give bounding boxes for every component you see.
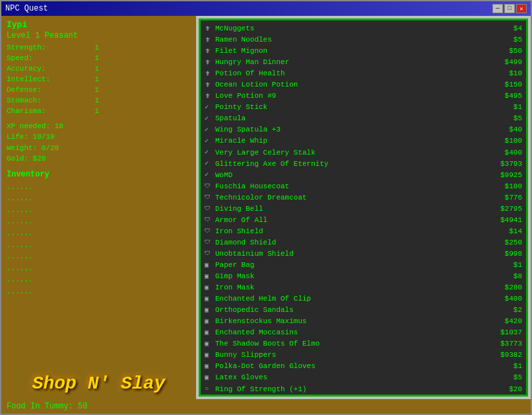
- item-price: $400: [482, 293, 522, 305]
- item-price: $14: [482, 226, 522, 237]
- item-name: Iron Shield: [214, 226, 482, 237]
- item-price: $1: [482, 361, 522, 372]
- item-name: Wing Spatula +3: [214, 124, 482, 135]
- list-item[interactable]: 🗡 Ramen Noodles $5: [205, 34, 522, 46]
- window-title: NPC Quest: [5, 4, 48, 13]
- stat-line: Intellect:1: [7, 75, 99, 85]
- titlebar-buttons: ─ □ ✕: [492, 4, 527, 13]
- item-price: $100: [482, 181, 522, 192]
- list-item[interactable]: ✓ Miracle Whip $100: [205, 135, 522, 147]
- item-price: $2: [482, 305, 522, 316]
- item-name: Ramen Noodles: [214, 34, 482, 46]
- item-price: $420: [482, 316, 522, 327]
- stat-line: Strength:1: [7, 43, 99, 54]
- list-item[interactable]: 🛡 Diamond Shield $250: [205, 237, 522, 248]
- list-item[interactable]: ✓ Pointy Stick $1: [205, 102, 522, 113]
- item-icon: 🛡: [205, 204, 214, 214]
- shop-panel: 🗡 McNuggets $4 🗡 Ramen Noodles $5 🗡 File…: [199, 19, 528, 396]
- list-item[interactable]: ▣ Enchanted Helm Of Clip $400: [205, 293, 522, 305]
- list-item[interactable]: 🗡 Ocean Lotion Potion $150: [205, 79, 522, 91]
- item-price: $40: [482, 124, 522, 135]
- stat-value: 1: [94, 96, 99, 106]
- item-name: Hungry Man Dinner: [214, 57, 482, 68]
- stat-label: Intellect:: [7, 75, 50, 85]
- stat-value: 1: [94, 54, 99, 64]
- item-icon: ▣: [205, 373, 214, 383]
- item-name: Technicolor Dreamcoat: [214, 192, 482, 204]
- list-item[interactable]: ✓ Spatula $5: [205, 113, 522, 124]
- list-item[interactable]: ▣ Paper Bag $1: [205, 260, 522, 271]
- item-name: Iron Mask: [214, 282, 482, 293]
- list-item[interactable]: 🛡 Armor Of All $4941: [205, 215, 522, 226]
- list-item[interactable]: 🗡 Hungry Man Dinner $499: [205, 57, 522, 68]
- stat-label: Charisma:: [7, 106, 46, 117]
- inventory-row: ......: [7, 205, 191, 217]
- status-bar: Food In Tummy: 50: [1, 399, 531, 414]
- stat-line: Charisma:1: [7, 106, 99, 117]
- list-item[interactable]: 🛡 Unobtainium Shield $998: [205, 248, 522, 260]
- item-name: Enchanted Helm Of Clip: [214, 293, 482, 305]
- minimize-button[interactable]: ─: [492, 4, 503, 13]
- life-line: Life: 10/10: [7, 132, 191, 143]
- titlebar-left: NPC Quest: [5, 4, 48, 13]
- item-name: Spatula: [214, 113, 482, 124]
- item-name: Diving Bell: [214, 204, 482, 215]
- shop-logo: Shop N' Slay: [1, 373, 196, 394]
- list-item[interactable]: ✓ Wing Spatula +3 $40: [205, 124, 522, 135]
- item-name: The Shadow Boots Of Elmo: [214, 338, 482, 350]
- list-item[interactable]: ▣ Birkenstockus Maximus $420: [205, 316, 522, 327]
- item-icon: ▣: [205, 350, 214, 361]
- list-item[interactable]: ▣ Iron Mask $280: [205, 282, 522, 293]
- item-icon: 🛡: [205, 248, 214, 259]
- inventory-row: ......: [7, 286, 191, 298]
- item-icon: ▣: [205, 328, 214, 338]
- item-price: $2795: [482, 204, 522, 215]
- list-item[interactable]: ▣ Latex Gloves $5: [205, 372, 522, 383]
- list-item[interactable]: ▣ Polka-Dot Garden Gloves $1: [205, 361, 522, 372]
- list-item[interactable]: 🗡 McNuggets $4: [205, 23, 522, 34]
- item-price: $100: [482, 135, 522, 147]
- stat-value: 1: [94, 64, 99, 75]
- item-name: Filet Mignon: [214, 46, 482, 57]
- item-name: Diamond Shield: [214, 237, 482, 248]
- item-name: Love Potion #9: [214, 91, 482, 102]
- stat-line: Defense:1: [7, 85, 99, 96]
- stats-section: Strength:1Speed:1Accuracy:1Intellect:1De…: [7, 43, 191, 117]
- list-item[interactable]: ▣ The Shadow Boots Of Elmo $3773: [205, 338, 522, 350]
- inventory-row: ......: [7, 274, 191, 286]
- list-item[interactable]: ▣ Enchanted Moccasins $1037: [205, 327, 522, 338]
- item-price: $5: [482, 372, 522, 383]
- stat-line: Speed:1: [7, 54, 99, 64]
- list-item[interactable]: ▣ Bunny Slippers $9382: [205, 350, 522, 361]
- item-icon: 🗡: [205, 46, 214, 57]
- list-item[interactable]: 🛡 Iron Shield $14: [205, 226, 522, 237]
- weight-line: Weight: 0/20: [7, 143, 191, 154]
- list-item[interactable]: ✓ WoMD $9925: [205, 170, 522, 181]
- close-button[interactable]: ✕: [516, 4, 527, 13]
- maximize-button[interactable]: □: [504, 4, 515, 13]
- list-item[interactable]: 🛡 Fuschia Housecoat $100: [205, 181, 522, 192]
- item-icon: 🗡: [205, 91, 214, 102]
- list-item[interactable]: ○ Ring Of Strength (+1) $20: [205, 384, 522, 395]
- item-name: Enchanted Moccasins: [214, 327, 482, 338]
- item-price: $10: [482, 68, 522, 79]
- list-item[interactable]: ✓ Glittering Axe Of Eternity $3793: [205, 159, 522, 170]
- item-icon: ✓: [205, 159, 214, 169]
- item-price: $4941: [482, 215, 522, 226]
- list-item[interactable]: 🛡 Diving Bell $2795: [205, 204, 522, 215]
- list-item[interactable]: ▣ Orthopedic Sandals $2: [205, 305, 522, 316]
- item-icon: ▣: [205, 283, 214, 293]
- list-item[interactable]: 🛡 Technicolor Dreamcoat $776: [205, 192, 522, 204]
- inventory-label: Inventory: [7, 170, 191, 179]
- item-icon: ✓: [205, 125, 214, 135]
- item-price: $280: [482, 282, 522, 293]
- inventory-row: ......: [7, 216, 191, 228]
- list-item[interactable]: ▣ Gimp Mask $8: [205, 271, 522, 282]
- list-item[interactable]: 🗡 Love Potion #9 $495: [205, 91, 522, 102]
- item-price: $4: [482, 23, 522, 34]
- list-item[interactable]: ✓ Very Large Celery Stalk $400: [205, 147, 522, 159]
- item-price: $250: [482, 237, 522, 248]
- list-item[interactable]: 🗡 Filet Mignon $50: [205, 46, 522, 57]
- shop-list[interactable]: 🗡 McNuggets $4 🗡 Ramen Noodles $5 🗡 File…: [201, 20, 526, 395]
- list-item[interactable]: 🗡 Potion Of Health $10: [205, 68, 522, 79]
